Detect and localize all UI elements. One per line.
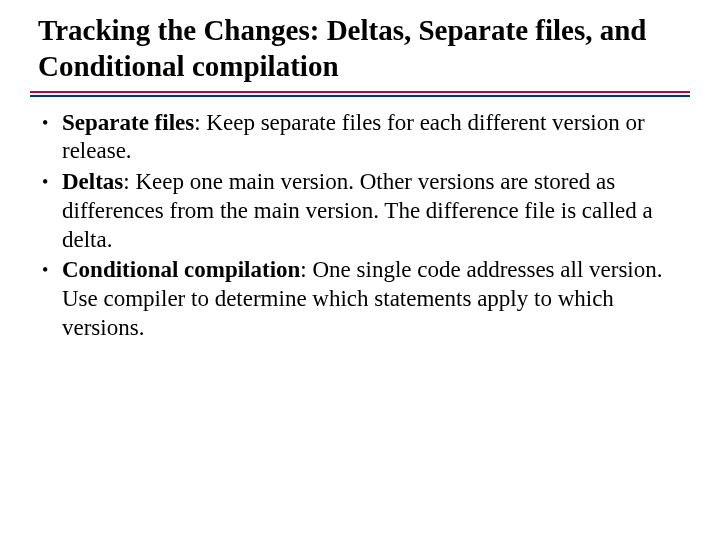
slide-title: Tracking the Changes: Deltas, Separate f… [30,12,690,85]
term: Conditional compilation [62,257,300,282]
bullet-text: Deltas: Keep one main version. Other ver… [62,168,686,254]
list-item: • Conditional compilation: One single co… [40,256,686,342]
bullet-icon: • [40,109,62,138]
list-item: • Deltas: Keep one main version. Other v… [40,168,686,254]
description: : Keep one main version. Other versions … [62,169,653,252]
bullet-icon: • [40,256,62,285]
slide-content: • Separate files: Keep separate files fo… [30,109,690,343]
divider-red-line [30,91,690,93]
divider-blue-line [30,95,690,97]
bullet-text: Conditional compilation: One single code… [62,256,686,342]
list-item: • Separate files: Keep separate files fo… [40,109,686,167]
bullet-text: Separate files: Keep separate files for … [62,109,686,167]
title-divider [30,91,690,97]
bullet-icon: • [40,168,62,197]
term: Deltas [62,169,123,194]
term: Separate files [62,110,194,135]
